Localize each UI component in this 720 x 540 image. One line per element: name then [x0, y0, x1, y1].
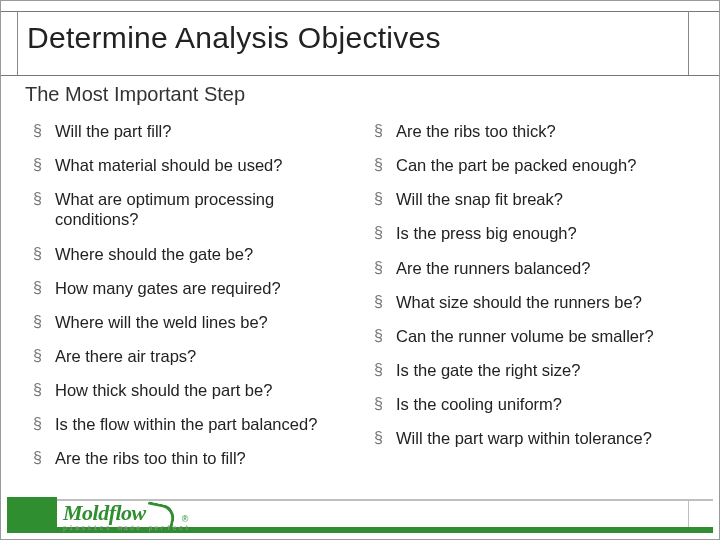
logo-text: Moldflow: [63, 502, 146, 524]
right-column: Are the ribs too thick? Can the part be …: [374, 121, 699, 482]
rule-top: [1, 11, 719, 12]
list-item: How many gates are required?: [33, 278, 358, 298]
list-item: Is the cooling uniform?: [374, 394, 699, 414]
rule-vertical-right: [688, 11, 689, 75]
list-item: What size should the runners be?: [374, 292, 699, 312]
list-item: Are the ribs too thin to fill?: [33, 448, 358, 468]
page-subtitle: The Most Important Step: [25, 83, 245, 106]
list-item: Will the part warp within tolerance?: [374, 428, 699, 448]
list-item: Can the runner volume be smaller?: [374, 326, 699, 346]
list-item: What are optimum processing conditions?: [33, 189, 358, 229]
list-item: Are there air traps?: [33, 346, 358, 366]
list-item: Can the part be packed enough?: [374, 155, 699, 175]
footer: Moldflow ® plastics made perfect: [1, 489, 719, 539]
list-item: Are the runners balanced?: [374, 258, 699, 278]
list-item: Is the press big enough?: [374, 223, 699, 243]
slide: Determine Analysis Objectives The Most I…: [0, 0, 720, 540]
left-column: Will the part fill? What material should…: [33, 121, 358, 482]
rule-under-title: [1, 75, 719, 76]
page-title: Determine Analysis Objectives: [27, 21, 441, 55]
list-item: Where will the weld lines be?: [33, 312, 358, 332]
logo: Moldflow ® plastics made perfect: [63, 502, 191, 533]
list-item: Where should the gate be?: [33, 244, 358, 264]
right-bullet-list: Are the ribs too thick? Can the part be …: [374, 121, 699, 448]
list-item: Will the part fill?: [33, 121, 358, 141]
left-bullet-list: Will the part fill? What material should…: [33, 121, 358, 468]
logo-registered: ®: [182, 515, 189, 524]
list-item: What material should be used?: [33, 155, 358, 175]
list-item: Will the snap fit break?: [374, 189, 699, 209]
rule-vertical-left: [17, 11, 18, 75]
list-item: Is the flow within the part balanced?: [33, 414, 358, 434]
list-item: Are the ribs too thick?: [374, 121, 699, 141]
list-item: Is the gate the right size?: [374, 360, 699, 380]
logo-wordmark: Moldflow ®: [63, 502, 191, 524]
list-item: How thick should the part be?: [33, 380, 358, 400]
content-columns: Will the part fill? What material should…: [33, 121, 699, 482]
logo-swoosh-icon: [148, 502, 182, 524]
